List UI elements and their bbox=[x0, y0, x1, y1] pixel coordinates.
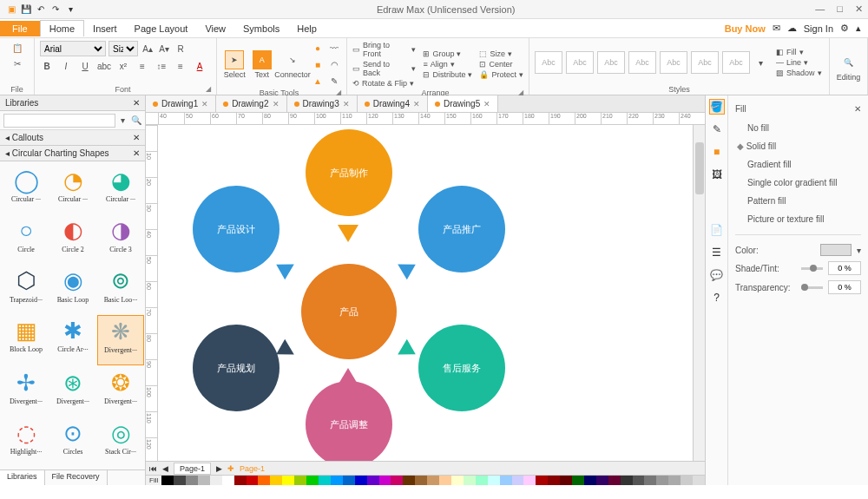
collapse-ribbon-icon[interactable]: ▴ bbox=[856, 23, 861, 34]
color-swatch[interactable] bbox=[560, 476, 572, 485]
shadow-dropdown[interactable]: ▨ Shadow ▾ bbox=[776, 69, 822, 77]
color-swatch[interactable] bbox=[258, 476, 270, 485]
color-swatch[interactable] bbox=[415, 476, 427, 485]
undo-icon[interactable]: ↶ bbox=[35, 3, 47, 16]
color-swatch[interactable] bbox=[343, 476, 355, 485]
shape-item[interactable]: ✢Divergent··· bbox=[3, 367, 49, 416]
color-swatch[interactable] bbox=[584, 476, 596, 485]
shape-item[interactable]: ⊙Circles bbox=[50, 417, 95, 466]
shape-item[interactable]: ◕Circular ··· bbox=[97, 165, 144, 213]
tab-symbols[interactable]: Symbols bbox=[234, 21, 288, 36]
color-swatch[interactable] bbox=[294, 476, 306, 485]
align-text-icon[interactable]: ≡ bbox=[174, 59, 187, 73]
color-swatch[interactable] bbox=[427, 476, 439, 485]
font-size-select[interactable]: Size bbox=[108, 41, 138, 56]
highlight-icon[interactable]: x² bbox=[116, 59, 130, 73]
image-tool-icon[interactable]: 🖼 bbox=[709, 167, 725, 182]
tab-view[interactable]: View bbox=[196, 21, 234, 36]
color-swatch[interactable] bbox=[270, 476, 282, 485]
shape-item[interactable]: ▦Block Loop bbox=[3, 315, 49, 365]
color-swatch[interactable] bbox=[379, 476, 391, 485]
select-tool[interactable]: ➤Select bbox=[222, 50, 247, 79]
color-swatch[interactable] bbox=[476, 476, 488, 485]
color-swatch[interactable] bbox=[633, 476, 645, 485]
font-dialog-icon[interactable]: ◢ bbox=[206, 85, 211, 93]
paste-icon[interactable]: 📋 bbox=[10, 41, 24, 55]
clear-format-icon[interactable]: R bbox=[174, 42, 187, 56]
shade-slider[interactable] bbox=[801, 267, 823, 270]
tab-file-recovery[interactable]: File Recovery bbox=[45, 470, 108, 485]
color-swatch[interactable] bbox=[681, 476, 693, 485]
doc-tab[interactable]: Drawing2✕ bbox=[216, 95, 286, 112]
doc-tab[interactable]: Drawing1✕ bbox=[146, 95, 216, 112]
style-preset-2[interactable]: Abc bbox=[566, 51, 594, 74]
page-tool-icon[interactable]: 📄 bbox=[709, 222, 725, 238]
callouts-close-icon[interactable]: ✕ bbox=[133, 133, 140, 142]
shape-item[interactable]: ❋Divergent··· bbox=[97, 315, 144, 365]
color-swatch[interactable] bbox=[693, 476, 705, 485]
tab-libraries[interactable]: Libraries bbox=[0, 470, 45, 485]
color-swatch[interactable] bbox=[656, 476, 668, 485]
library-search-input[interactable] bbox=[3, 114, 115, 128]
center-button[interactable]: ⊡ Center bbox=[479, 60, 523, 69]
shape-item[interactable]: ⬡Trapezoid··· bbox=[3, 266, 49, 314]
text-tool[interactable]: AText bbox=[250, 50, 275, 79]
protect-button[interactable]: 🔒 Protect ▾ bbox=[479, 70, 523, 79]
color-swatch[interactable] bbox=[464, 476, 476, 485]
node-center[interactable]: 产品 bbox=[301, 264, 397, 359]
style-preset-1[interactable]: Abc bbox=[535, 51, 562, 74]
shape-arc-icon[interactable]: ◠ bbox=[327, 57, 341, 71]
page-first-icon[interactable]: ⏮ bbox=[149, 464, 157, 473]
minimize-button[interactable]: — bbox=[815, 3, 825, 15]
shape-curve-icon[interactable]: 〰 bbox=[327, 41, 341, 55]
color-swatch[interactable] bbox=[536, 476, 548, 485]
font-family-select[interactable]: Arial bbox=[40, 41, 106, 56]
opt-no-fill[interactable]: No fill bbox=[735, 121, 861, 135]
connector-tool[interactable]: ↘Connector bbox=[277, 50, 308, 79]
color-swatch[interactable] bbox=[161, 476, 174, 485]
shape-line-icon[interactable]: ● bbox=[311, 41, 325, 55]
bring-to-front[interactable]: ▭ Bring to Front ▾ bbox=[352, 41, 416, 58]
shade-value[interactable] bbox=[828, 261, 861, 275]
size-button[interactable]: ⬚ Size ▾ bbox=[479, 49, 523, 58]
shape-item[interactable]: ◎Stack Cir··· bbox=[97, 417, 144, 466]
style-preset-5[interactable]: Abc bbox=[660, 51, 687, 74]
share-icon[interactable]: ✉ bbox=[773, 23, 780, 34]
color-swatch[interactable] bbox=[247, 476, 259, 485]
sign-in-link[interactable]: Sign In bbox=[804, 23, 833, 34]
node-northeast[interactable]: 产品推广 bbox=[418, 186, 505, 272]
page-prev-icon[interactable]: ◀ bbox=[162, 464, 168, 473]
shape-item[interactable]: ◉Basic Loop bbox=[50, 266, 95, 314]
style-preset-7[interactable]: Abc bbox=[722, 51, 750, 74]
opt-picture-fill[interactable]: Picture or texture fill bbox=[735, 213, 861, 226]
tab-page-layout[interactable]: Page Layout bbox=[126, 21, 197, 36]
opt-single-gradient[interactable]: Single color gradient fill bbox=[735, 176, 861, 189]
color-swatch[interactable] bbox=[439, 476, 451, 485]
font-color-icon[interactable]: A bbox=[193, 59, 207, 73]
line-dropdown[interactable]: — Line ▾ bbox=[776, 58, 822, 67]
distribute-button[interactable]: ⊟ Distribute ▾ bbox=[423, 70, 472, 79]
color-swatch[interactable] bbox=[319, 476, 331, 485]
color-swatch[interactable] bbox=[644, 476, 656, 485]
opt-pattern-fill[interactable]: Pattern fill bbox=[735, 194, 861, 207]
color-swatch[interactable] bbox=[512, 476, 524, 485]
tab-home[interactable]: Home bbox=[40, 20, 84, 36]
style-more-icon[interactable]: ▾ bbox=[753, 56, 767, 69]
fill-tool-icon[interactable]: 🪣 bbox=[709, 99, 725, 115]
rotate-flip[interactable]: ⟲ Rotate & Flip ▾ bbox=[352, 79, 416, 88]
color-swatch[interactable] bbox=[391, 476, 403, 485]
color-swatch[interactable] bbox=[403, 476, 415, 485]
shape-item[interactable]: ⊛Divergent··· bbox=[50, 367, 95, 416]
vertical-scrollbar[interactable] bbox=[693, 125, 705, 461]
shape-pen-icon[interactable]: ▲ bbox=[311, 74, 325, 88]
page-tab-1b[interactable]: Page-1 bbox=[240, 464, 265, 473]
underline-icon[interactable]: U bbox=[78, 59, 92, 73]
color-swatch[interactable] bbox=[367, 476, 379, 485]
layers-tool-icon[interactable]: ☰ bbox=[709, 245, 725, 260]
italic-icon[interactable]: I bbox=[59, 59, 73, 73]
decrease-font-icon[interactable]: A▾ bbox=[157, 42, 171, 56]
shape-freeform-icon[interactable]: ✎ bbox=[327, 74, 341, 88]
close-button[interactable]: ✕ bbox=[855, 3, 863, 15]
increase-font-icon[interactable]: A▴ bbox=[141, 42, 155, 56]
color-swatch[interactable] bbox=[186, 476, 198, 485]
